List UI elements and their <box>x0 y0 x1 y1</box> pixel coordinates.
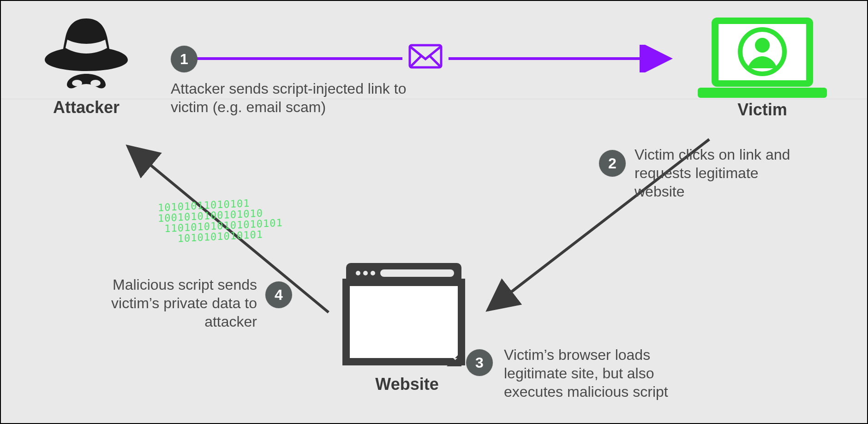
svg-point-10 <box>363 271 368 275</box>
victim-label: Victim <box>693 100 832 119</box>
step-4-badge: 4 <box>265 281 292 308</box>
envelope-icon <box>402 43 449 71</box>
victim-icon <box>693 15 832 100</box>
xss-diagram: Attacker Victim Website <box>0 0 868 424</box>
step-3-badge: 3 <box>466 349 493 376</box>
attacker-icon <box>40 15 132 93</box>
svg-rect-12 <box>380 269 454 277</box>
website-label: Website <box>342 375 472 394</box>
binary-data-icon: 10101011010101 1001010100101010 11010101… <box>158 196 283 245</box>
step-2-text: Victim clicks on link and requests legit… <box>635 145 801 201</box>
svg-rect-4 <box>698 88 827 98</box>
svg-point-9 <box>356 271 360 275</box>
svg-point-0 <box>72 80 82 86</box>
attacker-label: Attacker <box>40 98 132 117</box>
website-icon <box>342 259 472 370</box>
svg-point-1 <box>90 80 101 86</box>
step-3-text: Victim’s browser loads legitimate site, … <box>504 346 707 401</box>
step-1-text: Attacker sends script-injected link to v… <box>171 79 429 116</box>
svg-point-11 <box>371 271 375 275</box>
svg-rect-8 <box>346 282 461 362</box>
step-2-badge: 2 <box>599 150 626 177</box>
svg-point-6 <box>755 38 770 53</box>
step-1-badge: 1 <box>171 46 198 72</box>
step-4-text: Malicious script sends victim’s private … <box>96 275 257 331</box>
